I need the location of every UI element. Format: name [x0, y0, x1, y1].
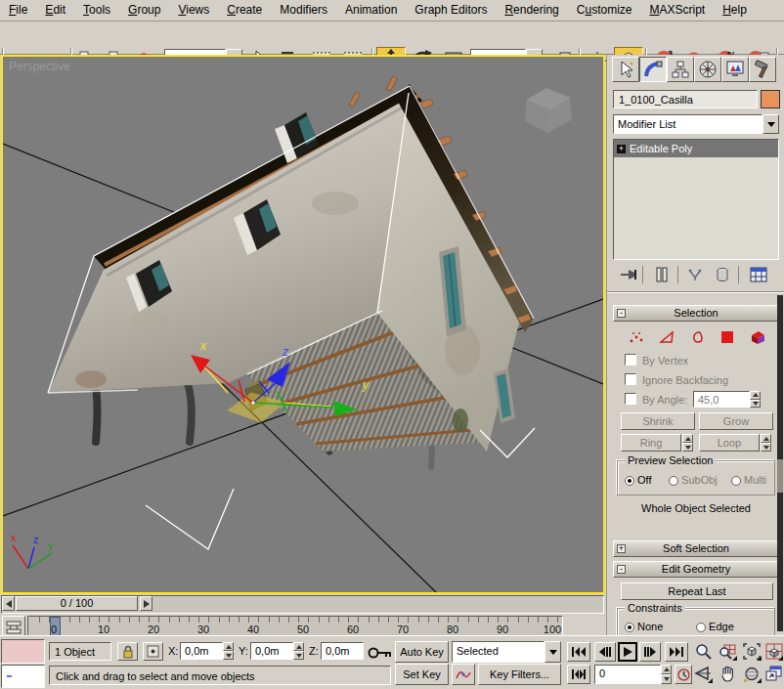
tab-create[interactable] [612, 57, 639, 82]
constraints-none-radio[interactable]: None [625, 621, 663, 632]
maxscript-mini-listener[interactable] [1, 665, 45, 688]
y-spinner[interactable] [293, 642, 304, 660]
preview-off-radio[interactable]: Off [625, 474, 652, 486]
x-coordinate-field[interactable]: 0,0m [180, 642, 223, 660]
key-mode-combo[interactable]: Selected [452, 641, 561, 663]
go-to-end-button[interactable] [665, 642, 688, 662]
by-angle-checkbox[interactable] [625, 393, 636, 405]
selection-rollout-header[interactable]: - Selection [613, 305, 779, 322]
absolute-offset-toggle[interactable] [143, 642, 163, 661]
constraints-edge-radio[interactable]: Edge [696, 621, 734, 632]
loop-button[interactable]: Loop [699, 434, 760, 452]
menu-item-graph-editors[interactable]: Graph Editors [406, 0, 496, 21]
next-frame-arrow[interactable] [140, 596, 152, 611]
perspective-viewport[interactable]: x y z x z y Perspective [1, 55, 605, 594]
configure-modifier-sets-button[interactable] [746, 264, 771, 285]
play-button[interactable] [618, 642, 637, 662]
panel-scrollbar-thumb[interactable] [777, 459, 783, 493]
stack-expand-icon[interactable]: + [617, 145, 626, 153]
current-frame-field[interactable]: 0 [594, 665, 661, 684]
zoom-all-button[interactable] [717, 640, 738, 662]
menu-item-file[interactable]: File [0, 0, 36, 21]
modifier-stack[interactable]: + Editable Poly [613, 139, 779, 260]
menu-item-group[interactable]: Group [119, 0, 169, 21]
edit-geometry-rollout-header[interactable]: - Edit Geometry [613, 561, 779, 578]
previous-frame-arrow[interactable] [2, 596, 15, 611]
by-vertex-checkbox[interactable] [625, 354, 636, 366]
modifier-list-arrow[interactable] [762, 114, 779, 134]
next-frame-button[interactable] [639, 642, 661, 662]
zoom-extents-button[interactable] [741, 640, 762, 662]
tab-utilities[interactable] [749, 57, 776, 82]
time-slider-handle[interactable]: 0 / 100 [16, 596, 138, 611]
set-key-button[interactable]: Set Key [395, 664, 449, 685]
stack-item-editable-poly[interactable]: + Editable Poly [614, 140, 778, 157]
remove-modifier-icon [716, 267, 729, 282]
x-spinner[interactable] [223, 642, 234, 660]
modifier-list-combo[interactable]: Modifier List [613, 114, 779, 134]
zoom-button[interactable] [692, 640, 714, 662]
previous-frame-button[interactable] [594, 642, 616, 662]
rollout-collapse-icon[interactable]: - [617, 565, 626, 574]
polygon-subobject-button[interactable] [718, 328, 737, 346]
rollout-expand-icon[interactable]: + [617, 544, 626, 553]
vertex-subobject-button[interactable] [627, 328, 646, 346]
zoom-extents-all-button[interactable] [763, 640, 784, 662]
frame-spinner[interactable] [661, 665, 672, 684]
menu-item-create[interactable]: Create [218, 0, 271, 21]
menu-item-edit[interactable]: Edit [36, 0, 74, 21]
tab-hierarchy[interactable] [667, 57, 694, 82]
pan-button[interactable] [717, 663, 738, 684]
ring-spinner[interactable] [682, 434, 693, 452]
edge-subobject-button[interactable] [657, 328, 676, 346]
ignore-backfacing-checkbox[interactable] [625, 373, 636, 385]
field-of-view-button[interactable] [692, 663, 714, 684]
by-angle-field[interactable]: 45,0 [693, 391, 750, 408]
viewport-label[interactable]: Perspective [9, 60, 70, 73]
border-subobject-button[interactable] [687, 328, 707, 346]
element-subobject-button[interactable] [748, 328, 767, 346]
key-filters-button[interactable]: Key Filters... [478, 664, 561, 685]
preview-subobj-radio[interactable]: SubObj [669, 474, 718, 486]
preview-multi-radio[interactable]: Multi [731, 474, 766, 486]
arc-rotate-button[interactable] [741, 663, 762, 684]
menu-item-help[interactable]: Help [714, 0, 756, 21]
selection-lock-toggle[interactable] [117, 642, 138, 661]
rollout-collapse-icon[interactable]: - [617, 309, 626, 318]
macro-recorder-mini[interactable] [1, 639, 45, 664]
set-key-filters-curve-button[interactable] [452, 664, 475, 685]
grow-button[interactable]: Grow [699, 412, 773, 430]
y-coordinate-field[interactable]: 0,0m [250, 642, 293, 660]
go-to-start-button[interactable] [567, 642, 590, 662]
min-max-toggle-button[interactable] [763, 663, 784, 684]
remove-modifier-button[interactable] [711, 264, 734, 285]
menu-item-tools[interactable]: Tools [74, 0, 119, 21]
ring-button[interactable]: Ring [621, 434, 681, 452]
repeat-last-button[interactable]: Repeat Last [621, 582, 773, 600]
soft-selection-rollout-header[interactable]: + Soft Selection [613, 540, 779, 557]
tab-motion[interactable] [694, 57, 721, 82]
key-mode-arrow[interactable] [544, 641, 561, 663]
by-angle-spinner[interactable] [750, 391, 761, 408]
show-end-result-button[interactable] [650, 264, 674, 285]
menu-item-maxscript[interactable]: MAXScript [641, 0, 715, 21]
key-mode-toggle-button[interactable] [567, 665, 590, 684]
z-coordinate-field[interactable]: 0,0m [321, 642, 364, 660]
auto-key-button[interactable]: Auto Key [395, 641, 449, 663]
object-color-swatch[interactable] [761, 90, 780, 108]
loop-spinner[interactable] [761, 434, 771, 452]
keyboard-shortcut-override-toggle[interactable] [366, 641, 395, 665]
menu-item-customize[interactable]: Customize [568, 0, 641, 21]
time-configuration-button[interactable] [675, 665, 692, 684]
object-name-field[interactable]: 1_0100_Casilla [613, 90, 758, 108]
menu-item-modifiers[interactable]: Modifiers [271, 0, 336, 21]
tab-display[interactable] [721, 57, 749, 82]
tab-modify[interactable] [639, 57, 667, 82]
menu-item-animation[interactable]: Animation [336, 0, 406, 21]
shrink-button[interactable]: Shrink [621, 412, 695, 430]
menu-item-rendering[interactable]: Rendering [496, 0, 567, 21]
pin-stack-button[interactable] [617, 264, 640, 285]
menu-item-views[interactable]: Views [169, 0, 218, 21]
panel-scrollbar[interactable] [777, 295, 783, 631]
make-unique-button[interactable] [683, 264, 707, 285]
